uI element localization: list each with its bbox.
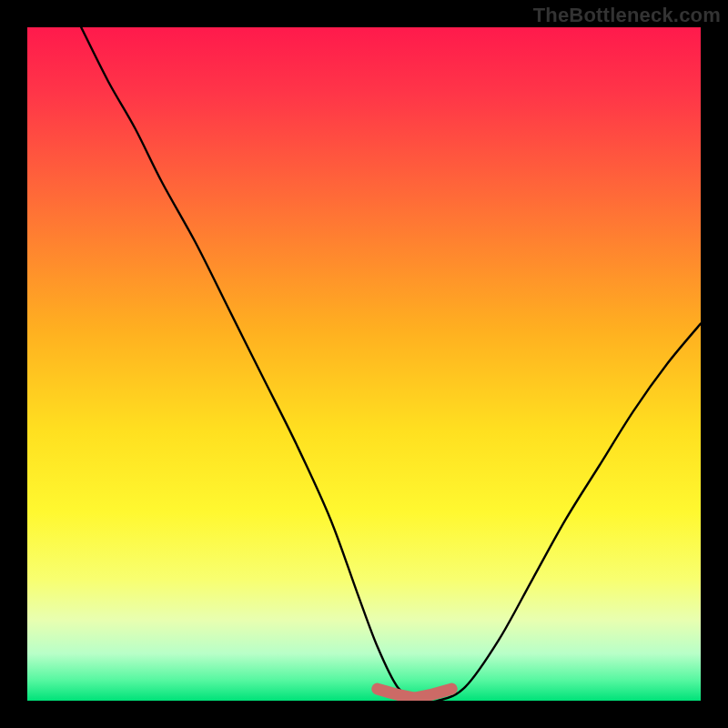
gradient-background — [27, 27, 701, 701]
chart-frame: TheBottleneck.com — [0, 0, 728, 728]
bottleneck-chart — [27, 27, 701, 701]
plot-area — [27, 27, 701, 701]
watermark-text: TheBottleneck.com — [533, 4, 721, 27]
